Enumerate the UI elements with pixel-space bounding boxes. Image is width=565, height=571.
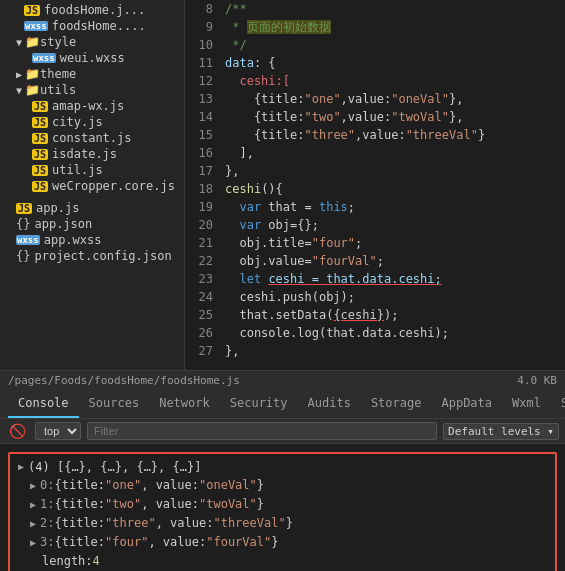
- code-line-22: obj.value="fourVal";: [225, 252, 565, 270]
- array-length: length: 4: [18, 552, 547, 571]
- length-value: 4: [93, 553, 100, 570]
- devtools-bottom: Console Sources Network Security Audits …: [0, 390, 565, 571]
- array-item-value-value: "fourVal": [206, 534, 271, 551]
- array-item-close: }: [257, 477, 264, 494]
- tree-item-theme-folder[interactable]: ▶ 📁 theme: [0, 66, 184, 82]
- code-line-9: * 页面的初始数据: [225, 18, 565, 36]
- array-item-comma: , value:: [148, 534, 206, 551]
- array-item-value-value: "twoVal": [199, 496, 257, 513]
- expand-arrow-icon[interactable]: ▶: [30, 535, 36, 551]
- array-header: ▶ (4) [{…}, {…}, {…}, {…}]: [18, 458, 547, 476]
- array-item-close: }: [286, 515, 293, 532]
- json-file-icon: {}: [16, 249, 30, 263]
- tree-item-weui-wxss[interactable]: wxss weui.wxss: [0, 50, 184, 66]
- tree-item-app-wxss[interactable]: wxss app.wxss: [0, 232, 184, 248]
- tree-item-wecropper-js[interactable]: JS weCropper.core.js: [0, 178, 184, 194]
- array-index: 1:: [40, 496, 54, 513]
- tab-network[interactable]: Network: [149, 390, 220, 418]
- tree-item-util-js[interactable]: JS util.js: [0, 162, 184, 178]
- array-index: 0:: [40, 477, 54, 494]
- expand-arrow-icon[interactable]: ▶: [30, 516, 36, 532]
- js-file-icon: JS: [24, 5, 40, 16]
- code-lines-area: 89101112 1314151617 1819202122 232425262…: [185, 0, 565, 370]
- array-header-text: (4) [{…}, {…}, {…}, {…}]: [28, 458, 201, 476]
- tab-console[interactable]: Console: [8, 390, 79, 418]
- file-path-bar: /pages/Foods/foodsHome/foodsHome.js 4.0 …: [0, 370, 565, 390]
- folder-icon: 📁: [25, 83, 40, 97]
- code-line-20: var obj={};: [225, 216, 565, 234]
- array-item-close: }: [271, 534, 278, 551]
- code-line-19: var that = this;: [225, 198, 565, 216]
- array-item-title-value: "one": [105, 477, 141, 494]
- file-tree: JS foodsHome.j... wxss foodsHome.... ▼ 📁…: [0, 0, 185, 370]
- tree-item-style-folder[interactable]: ▼ 📁 style: [0, 34, 184, 50]
- clear-console-button[interactable]: 🚫: [6, 422, 29, 440]
- array-item-value-value: "threeVal": [213, 515, 285, 532]
- array-item-label: {title:: [54, 515, 105, 532]
- tree-item-app-js[interactable]: JS app.js: [0, 200, 184, 216]
- tree-item-label: amap-wx.js: [52, 99, 124, 113]
- code-line-25: that.setData({ceshi});: [225, 306, 565, 324]
- array-item-title-value: "three": [105, 515, 156, 532]
- expand-arrow-icon[interactable]: ▶: [18, 459, 24, 475]
- file-size: 4.0 KB: [517, 374, 557, 387]
- tree-item-constant-js[interactable]: JS constant.js: [0, 130, 184, 146]
- code-line-27: },: [225, 342, 565, 360]
- folder-icon: 📁: [25, 67, 40, 81]
- array-item-value-value: "oneVal": [199, 477, 257, 494]
- tab-senso[interactable]: Senso...: [551, 390, 565, 418]
- tree-item-amap-js[interactable]: JS amap-wx.js: [0, 98, 184, 114]
- array-index: 3:: [40, 534, 54, 551]
- array-output-box: ▶ (4) [{…}, {…}, {…}, {…}] ▶ 0: {title: …: [8, 452, 557, 571]
- tree-item-foodshome-js[interactable]: JS foodsHome.j...: [0, 2, 184, 18]
- array-item-title-value: "two": [105, 496, 141, 513]
- code-line-14: {title:"two",value:"twoVal"},: [225, 108, 565, 126]
- console-filter-input[interactable]: [87, 422, 437, 440]
- js-file-icon: JS: [32, 117, 48, 128]
- code-line-8: /**: [225, 0, 565, 18]
- code-line-13: {title:"one",value:"oneVal"},: [225, 90, 565, 108]
- code-line-24: ceshi.push(obj);: [225, 288, 565, 306]
- array-item-title-value: "four": [105, 534, 148, 551]
- tab-appdata[interactable]: AppData: [431, 390, 502, 418]
- context-select[interactable]: top: [35, 422, 81, 440]
- code-content: /** * 页面的初始数据 */ data: { ceshi:[ {title:…: [221, 0, 565, 370]
- code-line-26: console.log(that.data.ceshi);: [225, 324, 565, 342]
- tree-item-project-json[interactable]: {} project.config.json: [0, 248, 184, 264]
- array-item-label: {title:: [54, 477, 105, 494]
- tab-storage[interactable]: Storage: [361, 390, 432, 418]
- array-item-comma: , value:: [141, 496, 199, 513]
- code-line-18: ceshi(){: [225, 180, 565, 198]
- tab-audits[interactable]: Audits: [298, 390, 361, 418]
- array-item-3: ▶ 3: {title: "four" , value: "fourVal" }: [18, 533, 547, 552]
- code-line-23: let ceshi = that.data.ceshi;: [225, 270, 565, 288]
- expand-arrow-icon[interactable]: ▶: [30, 497, 36, 513]
- default-levels-dropdown[interactable]: Default levels ▾: [443, 423, 559, 440]
- tree-item-isdate-js[interactable]: JS isdate.js: [0, 146, 184, 162]
- js-file-icon: JS: [16, 203, 32, 214]
- array-item-label: {title:: [54, 534, 105, 551]
- code-line-21: obj.title="four";: [225, 234, 565, 252]
- tree-item-utils-folder[interactable]: ▼ 📁 utils: [0, 82, 184, 98]
- file-path: /pages/Foods/foodsHome/foodsHome.js: [8, 374, 240, 387]
- array-item-close: }: [257, 496, 264, 513]
- tree-item-city-js[interactable]: JS city.js: [0, 114, 184, 130]
- tab-security[interactable]: Security: [220, 390, 298, 418]
- js-file-icon: JS: [32, 165, 48, 176]
- array-item-2: ▶ 2: {title: "three" , value: "threeVal"…: [18, 514, 547, 533]
- tab-wxml[interactable]: Wxml: [502, 390, 551, 418]
- expand-arrow-icon[interactable]: ▶: [30, 478, 36, 494]
- tree-item-label: app.wxss: [44, 233, 102, 247]
- json-file-icon: {}: [16, 217, 30, 231]
- array-item-0: ▶ 0: {title: "one" , value: "oneVal" }: [18, 476, 547, 495]
- tree-item-foodshome-wxss[interactable]: wxss foodsHome....: [0, 18, 184, 34]
- console-toolbar: 🚫 top Default levels ▾: [0, 419, 565, 444]
- tree-item-label: app.js: [36, 201, 79, 215]
- top-section: JS foodsHome.j... wxss foodsHome.... ▼ 📁…: [0, 0, 565, 370]
- tab-sources[interactable]: Sources: [79, 390, 150, 418]
- array-index: 2:: [40, 515, 54, 532]
- console-output: ▶ (4) [{…}, {…}, {…}, {…}] ▶ 0: {title: …: [0, 444, 565, 571]
- js-file-icon: JS: [32, 133, 48, 144]
- wxss-file-icon: wxss: [32, 53, 56, 63]
- tree-item-app-json[interactable]: {} app.json: [0, 216, 184, 232]
